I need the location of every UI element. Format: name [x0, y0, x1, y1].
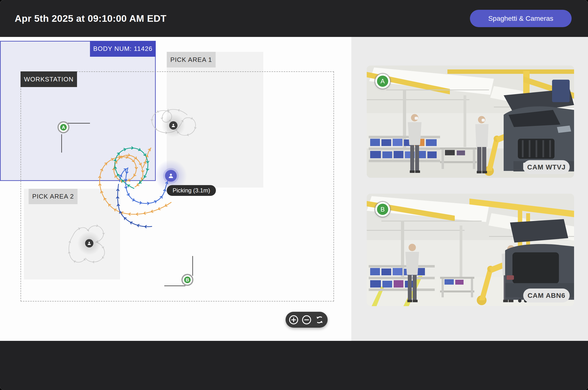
activity-tooltip: Picking (3.1m) — [167, 185, 216, 196]
camera-feed-a[interactable]: A CAM WTVJ — [367, 65, 574, 178]
zoom-in-button[interactable] — [289, 315, 299, 325]
reset-rotate-button[interactable] — [315, 315, 324, 325]
rotate-icon — [315, 315, 324, 325]
pick-area-2-tag: PICK AREA 2 — [29, 189, 78, 204]
view-mode-button[interactable]: Spaghetti & Cameras — [470, 10, 572, 27]
camera-feed-b[interactable]: B CAM ABN6 — [367, 194, 574, 306]
active-person-marker[interactable] — [165, 170, 177, 182]
person-marker-pick1[interactable] — [169, 121, 178, 130]
app-window: Apr 5th 2025 at 09:10:00 AM EDT Spaghett… — [0, 0, 588, 390]
person-icon — [168, 172, 174, 179]
camera-b-letter: B — [186, 277, 189, 283]
camera-b-badge-letter: B — [380, 206, 385, 213]
camera-a-map-marker[interactable]: A — [59, 123, 68, 132]
body-num-tag: BODY NUM: 11426 — [90, 41, 156, 57]
person-icon — [87, 241, 92, 246]
view-mode-button-label: Spaghetti & Cameras — [488, 15, 553, 22]
camera-b-map-marker[interactable]: B — [183, 275, 192, 285]
camera-a-badge: A — [375, 74, 390, 89]
camera-a-label: CAM WTVJ — [523, 160, 570, 174]
plus-icon — [289, 315, 299, 325]
map-zoom-controls — [286, 312, 328, 328]
workstation-tag: WORKSTATION — [21, 71, 77, 87]
camera-b-label: CAM ABN6 — [523, 289, 570, 302]
page-title: Apr 5th 2025 at 09:10:00 AM EDT — [15, 0, 167, 37]
minus-icon — [302, 315, 312, 325]
camera-a-badge-letter: A — [380, 78, 385, 85]
zoom-out-button[interactable] — [302, 315, 312, 325]
pick-area-1-tag: PICK AREA 1 — [167, 52, 216, 67]
person-icon — [171, 123, 176, 128]
player-bar: 00:00 ★ — [0, 341, 588, 390]
top-bar: Apr 5th 2025 at 09:10:00 AM EDT Spaghett… — [0, 0, 588, 37]
camera-a-letter: A — [62, 125, 65, 130]
person-marker-pick2[interactable] — [85, 239, 93, 247]
camera-b-badge: B — [375, 202, 390, 217]
